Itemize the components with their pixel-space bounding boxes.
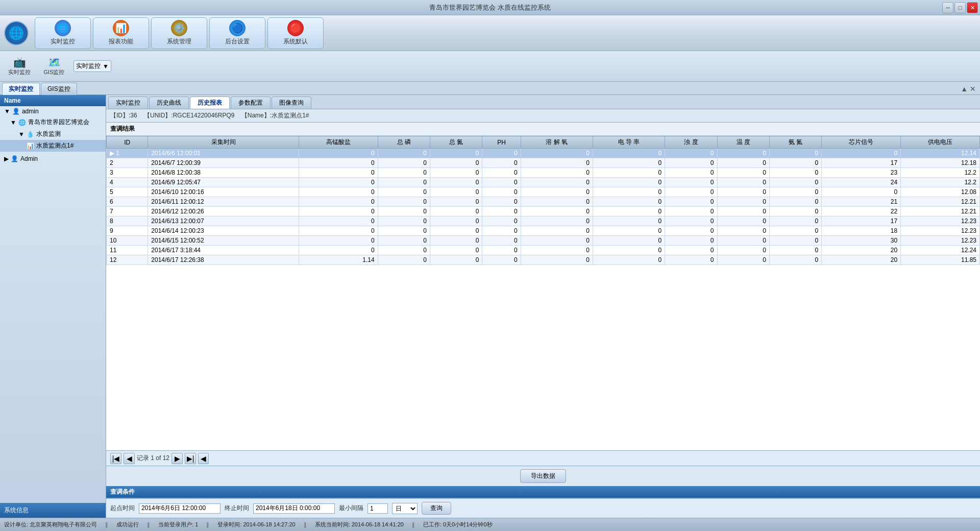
subtoolbar-dropdown[interactable]: 实时监控 ▼ — [74, 60, 111, 72]
content-area: Name ▼ 👤 admin ▼ 🌐 青岛市世界园艺博览会 ▼ 💧 水质监测 📊… — [0, 95, 980, 518]
query-conditions: 起点时间 终止时间 最小间隔 日 查询 — [106, 498, 980, 518]
report-icon: 📊 — [113, 20, 129, 36]
table-row[interactable]: 102014/6/15 12:00:520000000003012.23 — [107, 236, 980, 246]
name-label: 【Name】:水质监测点1# — [241, 112, 309, 119]
toolbar-report[interactable]: 📊 报表功能 — [93, 17, 149, 49]
toolbar-sysmgr[interactable]: ⚙️ 系统管理 — [151, 17, 207, 49]
subtoolbar-realtime-icon: 📺 — [13, 56, 26, 68]
col-header-dissolved-oxygen: 溶 解 氧 — [521, 136, 593, 149]
pagination: |◀ ◀ 记录 1 of 12 ▶ ▶| ◀ — [106, 450, 980, 466]
export-button[interactable]: 导出数据 — [520, 469, 566, 483]
chart-icon: 📊 — [27, 142, 34, 150]
tab-realtime-inner[interactable]: 实时监控 — [108, 96, 148, 109]
minimize-button[interactable]: ─ — [942, 2, 953, 13]
tab-realtime[interactable]: 实时监控 — [2, 83, 40, 95]
tree-item-qingdao[interactable]: ▼ 🌐 青岛市世界园艺博览会 — [0, 116, 106, 128]
query-header: 查调条件 — [106, 486, 980, 498]
sysmgr-label: 系统管理 — [167, 37, 191, 46]
export-row: 导出数据 — [106, 466, 980, 486]
col-header-conductivity: 电 导 率 — [593, 136, 665, 149]
col-header-id: ID — [107, 136, 148, 149]
run-status: 成功运行 — [116, 521, 139, 528]
min-interval-input[interactable] — [368, 503, 388, 514]
table-row[interactable]: ▶ 12014/6/6 12:00:01000000000012.14 — [107, 149, 980, 158]
toolbar-sysdefault[interactable]: 🔴 系统默认 — [267, 17, 324, 49]
table-row[interactable]: 92014/6/14 12:00:230000000001812.23 — [107, 226, 980, 236]
col-header-phosphorus: 总 磷 — [378, 136, 430, 149]
table-row[interactable]: 32014/6/8 12:00:380000000002312.2 — [107, 168, 980, 178]
sidebar-sysinfo: 系统信息 — [0, 503, 106, 518]
tab-param-config[interactable]: 参数配置 — [231, 96, 271, 109]
subtoolbar-dropdown-label: 实时监控 — [76, 62, 101, 70]
statusbar: 设计单位: 北京聚英翱翔电子有限公司 ‖ 成功运行 ‖ 当前登录用户: 1 ‖ … — [0, 518, 980, 531]
table-row[interactable]: 52014/6/10 12:00:16000000000012.08 — [107, 187, 980, 197]
col-header-ph: PH — [482, 136, 521, 149]
window-controls: ─ □ ✕ — [942, 2, 978, 13]
refresh-button[interactable]: ◀ — [198, 453, 209, 464]
data-table: ID 采集时间 高锰酸盐 总 磷 总 氮 PH 溶 解 氧 电 导 率 浊 度 … — [106, 136, 980, 265]
col-header-manganese: 高锰酸盐 — [299, 136, 378, 149]
info-bar: 【ID】:36 【UNID】:RGCE14220046RPQ9 【Name】:水… — [106, 109, 980, 123]
toolbar-backend[interactable]: 🔵 后台设置 — [209, 17, 265, 49]
id-label: 【ID】:36 — [110, 112, 137, 119]
tree-item-admin2[interactable]: ▶ 👤 Admin — [0, 154, 106, 164]
titlebar: 青岛市世界园艺博览会 水质在线监控系统 ─ □ ✕ — [0, 0, 980, 15]
table-container: 查调结果 ID 采集时间 高锰酸盐 总 磷 总 氮 PH 溶 解 氧 电 导 率… — [106, 123, 980, 450]
first-page-button[interactable]: |◀ — [110, 453, 121, 464]
backend-icon: 🔵 — [229, 20, 246, 36]
subtoolbar-gis-label: GIS监控 — [44, 68, 65, 76]
table-header-row: ID 采集时间 高锰酸盐 总 磷 总 氮 PH 溶 解 氧 电 导 率 浊 度 … — [107, 136, 980, 149]
tree-item-admin[interactable]: ▼ 👤 admin — [0, 106, 106, 116]
design-unit: 设计单位: 北京聚英翱翔电子有限公司 — [4, 521, 97, 528]
table-row[interactable]: 22014/6/7 12:00:390000000001712.18 — [107, 158, 980, 168]
backend-label: 后台设置 — [225, 37, 250, 46]
report-label: 报表功能 — [109, 37, 133, 46]
start-time-input[interactable] — [139, 503, 220, 514]
result-header: 查调结果 — [106, 123, 980, 136]
prev-page-button[interactable]: ◀ — [124, 453, 135, 464]
table-body: ▶ 12014/6/6 12:00:01000000000012.1422014… — [107, 149, 980, 265]
toolbar-realtime-monitor[interactable]: 🌐 实时监控 — [35, 17, 91, 49]
sysdefault-label: 系统默认 — [283, 37, 308, 46]
current-users: 当前登录用户: 1 — [158, 521, 198, 528]
main-toolbar: 🌐 🌐 实时监控 📊 报表功能 ⚙️ 系统管理 🔵 后台设置 🔴 系统默认 — [0, 15, 980, 51]
tree-item-water-point-1[interactable]: 📊 水质监测点1# — [0, 140, 106, 152]
next-page-button[interactable]: ▶ — [172, 453, 183, 464]
maximize-button[interactable]: □ — [954, 2, 966, 13]
user-icon: 👤 — [12, 108, 20, 115]
close-button[interactable]: ✕ — [967, 2, 978, 13]
system-time: 系统当前时间: 2014-06-18 14:41:20 — [315, 521, 404, 528]
subtoolbar-realtime[interactable]: 📺 实时监控 — [4, 54, 35, 78]
table-row[interactable]: 82014/6/13 12:00:070000000001712.23 — [107, 216, 980, 226]
sysmgr-icon: ⚙️ — [171, 20, 187, 36]
tab-gis[interactable]: GIS监控 — [41, 83, 77, 95]
collapse-panel-button[interactable]: ▲ ✕ — [959, 85, 978, 93]
expand-icon4: ▶ — [4, 155, 9, 162]
subtoolbar-gis[interactable]: 🗺️ GIS监控 — [39, 54, 69, 78]
col-header-temperature: 温 度 — [717, 136, 769, 149]
login-time: 登录时间: 2014-06-18 14:27:20 — [217, 521, 295, 528]
min-interval-label: 最小间隔 — [339, 504, 363, 513]
unid-label: 【UNID】:RGCE14220046RPQ9 — [144, 112, 234, 119]
last-page-button[interactable]: ▶| — [185, 453, 196, 464]
tab-image-query[interactable]: 图像查询 — [272, 96, 311, 109]
page-info: 记录 1 of 12 — [137, 454, 169, 463]
query-button[interactable]: 查询 — [422, 502, 451, 515]
sub-toolbar: 📺 实时监控 🗺️ GIS监控 实时监控 ▼ — [0, 51, 980, 82]
sidebar-header: Name — [0, 95, 106, 106]
interval-unit-select[interactable]: 日 — [392, 503, 418, 514]
col-header-nitrogen: 总 氮 — [430, 136, 482, 149]
expand-icon: ▼ — [4, 108, 10, 115]
end-time-input[interactable] — [253, 503, 335, 514]
tree-item-water-monitor[interactable]: ▼ 💧 水质监测 — [0, 128, 106, 140]
table-row[interactable]: 62014/6/11 12:00:120000000002112.21 — [107, 197, 980, 207]
user-icon2: 👤 — [11, 155, 18, 162]
table-row[interactable]: 72014/6/12 12:00:260000000002212.21 — [107, 207, 980, 216]
table-row[interactable]: 42014/6/9 12:05:470000000002412.2 — [107, 178, 980, 187]
table-row[interactable]: 122014/6/17 12:26:381.14000000002011.85 — [107, 255, 980, 265]
tab-history-curve[interactable]: 历史曲线 — [149, 96, 189, 109]
tab-history-report[interactable]: 历史报表 — [190, 96, 230, 109]
dropdown-arrow-icon: ▼ — [103, 63, 109, 70]
table-row[interactable]: 112014/6/17 3:18:440000000002012.24 — [107, 246, 980, 255]
sidebar: Name ▼ 👤 admin ▼ 🌐 青岛市世界园艺博览会 ▼ 💧 水质监测 📊… — [0, 95, 106, 518]
